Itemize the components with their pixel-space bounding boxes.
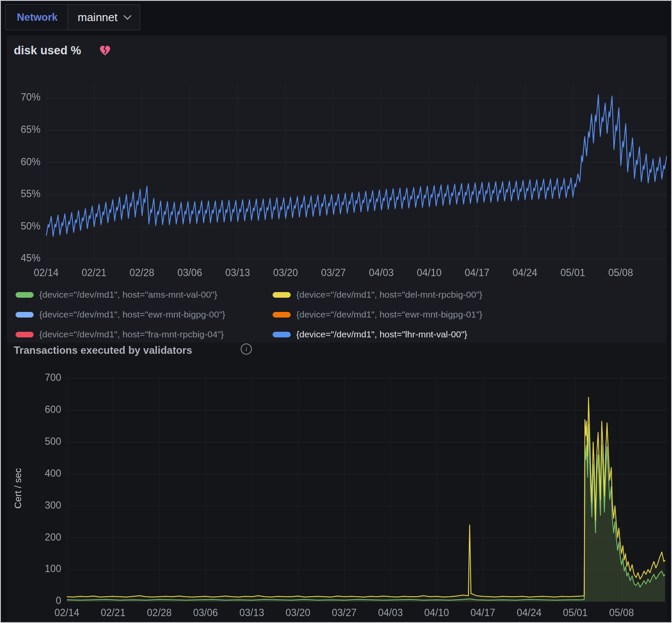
legend-label: {device="/dev/md1", host="ams-mnt-val-00… — [39, 289, 217, 300]
legend-label: {device="/dev/md1", host="ewr-mnt-bigpg-… — [296, 309, 482, 320]
legend-swatch — [273, 312, 291, 318]
chevron-down-icon — [123, 12, 131, 19]
legend-label: {device="/dev/md1", host="ewr-mnt-bigpg-… — [39, 309, 225, 320]
legend: {device="/dev/md1", host="ams-mnt-val-00… — [16, 285, 663, 344]
variable-network: Network — [5, 4, 69, 30]
legend-item[interactable]: {device="/dev/md1", host="ewr-mnt-bigpg-… — [273, 309, 663, 320]
disk-used-chart[interactable] — [7, 79, 667, 290]
network-value: mainnet — [78, 11, 118, 24]
legend-item[interactable]: {device="/dev/md1", host="del-mnt-rpcbig… — [273, 289, 663, 300]
legend-item[interactable]: {device="/dev/md1", host="ewr-mnt-bigpg-… — [16, 309, 273, 320]
legend-swatch — [273, 292, 291, 298]
panel-disk-used-title[interactable]: disk used % — [14, 44, 81, 57]
transactions-chart[interactable] — [7, 367, 667, 623]
panel-transactions: Transactions executed by validators i Ce… — [7, 343, 667, 623]
legend-item[interactable]: {device="/dev/md1", host="fra-mnt-rpcbig… — [16, 329, 273, 340]
variable-network-label: Network — [17, 11, 58, 23]
legend-swatch — [273, 332, 291, 337]
panel-disk-used: disk used % {device="/dev/md1", host="am… — [7, 35, 667, 343]
panel-transactions-title[interactable]: Transactions executed by validators — [14, 344, 192, 356]
legend-item[interactable]: {device="/dev/md1", host="lhr-mnt-val-00… — [273, 329, 663, 340]
legend-swatch — [16, 332, 34, 337]
legend-swatch — [16, 312, 34, 318]
legend-label: {device="/dev/md1", host="fra-mnt-rpcbig… — [39, 329, 224, 340]
info-icon[interactable]: i — [241, 343, 252, 355]
legend-item[interactable]: {device="/dev/md1", host="ams-mnt-val-00… — [16, 289, 273, 300]
legend-label: {device="/dev/md1", host="del-mnt-rpcbig… — [296, 289, 482, 300]
legend-label: {device="/dev/md1", host="lhr-mnt-val-00… — [296, 329, 467, 340]
legend-swatch — [16, 292, 34, 298]
network-value-dropdown[interactable]: mainnet — [68, 4, 140, 30]
broken-heart-icon — [99, 45, 111, 57]
dashboard: Network mainnet disk used % {device="/de… — [0, 0, 672, 623]
